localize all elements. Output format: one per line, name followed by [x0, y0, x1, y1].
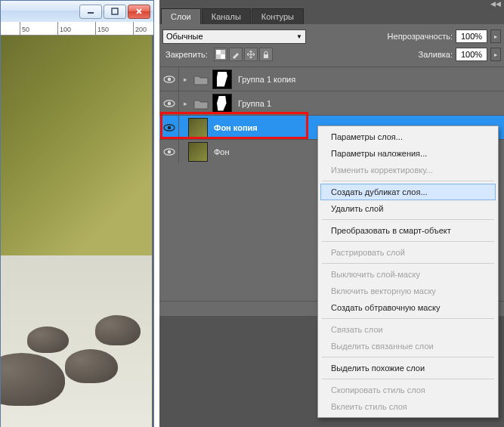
- lock-position-button[interactable]: [244, 48, 258, 61]
- separator: [322, 241, 494, 242]
- expand-toggle[interactable]: ▸: [179, 76, 191, 83]
- svg-rect-0: [88, 12, 94, 14]
- eye-icon: [163, 75, 175, 84]
- lock-transparency-button[interactable]: [214, 48, 227, 61]
- mask-thumbnail[interactable]: [212, 94, 232, 113]
- expand-toggle[interactable]: ▸: [179, 100, 191, 107]
- svg-point-7: [167, 77, 170, 80]
- separator: [322, 379, 494, 379]
- mask-thumbnail[interactable]: [212, 70, 232, 89]
- ctx-edit-adjustment: Изменить корректировку...: [320, 162, 496, 178]
- layer-name[interactable]: Фон копия: [214, 123, 258, 132]
- ctx-enable-vector-mask: Включить векторную маску: [320, 283, 496, 299]
- ctx-duplicate-layer[interactable]: Создать дубликат слоя...: [320, 184, 496, 200]
- document-canvas[interactable]: [1, 36, 153, 427]
- ctx-delete-layer[interactable]: Удалить слой: [320, 200, 496, 217]
- chevron-down-icon: ▼: [296, 33, 302, 40]
- svg-rect-5: [264, 54, 268, 58]
- layer-row-group[interactable]: ▸ Группа 1: [159, 91, 504, 115]
- ruler-tick: 100: [57, 22, 71, 36]
- ctx-select-similar[interactable]: Выделить похожие слои: [320, 360, 496, 376]
- visibility-toggle[interactable]: [159, 91, 179, 115]
- lock-icon: [261, 50, 271, 59]
- blend-mode-value: Обычные: [166, 32, 203, 41]
- blend-mode-dropdown[interactable]: Обычные ▼: [162, 29, 306, 44]
- close-button[interactable]: [128, 5, 150, 19]
- canvas-image: [1, 36, 152, 427]
- eye-icon: [163, 147, 175, 156]
- svg-point-9: [167, 101, 170, 104]
- collapse-arrows-icon: ◀◀: [490, 0, 501, 8]
- opacity-flyout-button[interactable]: ▸: [490, 29, 501, 43]
- visibility-toggle[interactable]: [159, 140, 179, 163]
- ctx-paste-layer-style: Вклеить стиль слоя: [320, 398, 496, 415]
- panel-collapse-bar[interactable]: ◀◀: [159, 0, 504, 8]
- minimize-button[interactable]: [79, 5, 102, 19]
- layer-name[interactable]: Группа 1 копия: [238, 75, 295, 84]
- ctx-link-layers: Связать слои: [320, 321, 496, 338]
- minimize-icon: [87, 8, 94, 15]
- ruler-tick: 50: [20, 22, 29, 36]
- svg-point-11: [167, 125, 170, 128]
- move-icon: [246, 50, 255, 59]
- visibility-toggle[interactable]: [159, 67, 179, 91]
- panel-controls: Обычные ▼ Непрозрачность: 100% ▸ Закрепи…: [159, 24, 504, 67]
- close-icon: [135, 8, 143, 15]
- svg-rect-3: [216, 50, 221, 54]
- svg-point-13: [167, 150, 170, 153]
- tab-paths[interactable]: Контуры: [252, 8, 304, 24]
- separator: [322, 219, 494, 220]
- ctx-blending-options[interactable]: Параметры наложения...: [320, 145, 496, 162]
- fill-input[interactable]: 100%: [456, 48, 487, 61]
- titlebar: [1, 1, 153, 22]
- ctx-convert-smart-object[interactable]: Преобразовать в смарт-объект: [320, 222, 496, 239]
- tab-layers[interactable]: Слои: [161, 8, 201, 24]
- ctx-disable-layer-mask: Выключить слой-маску: [320, 266, 496, 283]
- svg-rect-4: [221, 54, 225, 59]
- ctx-select-linked: Выделить связанные слои: [320, 338, 496, 354]
- ruler-horizontal: 50 100 150 200: [1, 22, 153, 36]
- ctx-create-clipping-mask[interactable]: Создать обтравочную маску: [320, 299, 496, 316]
- visibility-toggle[interactable]: [159, 116, 179, 139]
- fill-label: Заливка:: [419, 50, 453, 59]
- checker-icon: [216, 50, 225, 59]
- ctx-rasterize: Растрировать слой: [320, 244, 496, 261]
- ruler-tick: 150: [95, 22, 109, 36]
- brush-icon: [231, 50, 240, 59]
- panel-tabs: Слои Каналы Контуры: [159, 8, 504, 24]
- maximize-button[interactable]: [104, 5, 126, 19]
- ctx-copy-layer-style: Скопировать стиль слоя: [320, 382, 496, 398]
- document-window: 50 100 150 200: [0, 0, 154, 427]
- separator: [322, 181, 494, 181]
- lock-all-button[interactable]: [259, 48, 273, 61]
- tab-channels[interactable]: Каналы: [202, 8, 251, 24]
- eye-icon: [163, 123, 175, 132]
- separator: [322, 318, 494, 319]
- eye-icon: [163, 99, 175, 108]
- layer-name[interactable]: Фон: [214, 147, 230, 156]
- maximize-icon: [111, 8, 119, 15]
- opacity-label: Непрозрачность:: [388, 32, 453, 41]
- separator: [322, 357, 494, 357]
- layer-context-menu: Параметры слоя... Параметры наложения...…: [317, 125, 499, 418]
- layer-name[interactable]: Группа 1: [238, 99, 271, 108]
- lock-label: Закрепить:: [165, 50, 208, 59]
- folder-icon: [193, 97, 209, 110]
- lock-pixels-button[interactable]: [229, 48, 243, 61]
- layer-row-group-copy[interactable]: ▸ Группа 1 копия: [159, 67, 504, 91]
- svg-rect-1: [112, 8, 118, 14]
- ruler-tick: 200: [133, 22, 147, 36]
- fill-flyout-button[interactable]: ▸: [490, 48, 501, 61]
- ctx-layer-properties[interactable]: Параметры слоя...: [320, 128, 496, 145]
- opacity-input[interactable]: 100%: [456, 29, 487, 43]
- separator: [322, 263, 494, 264]
- layer-thumbnail[interactable]: [188, 118, 208, 138]
- folder-icon: [193, 73, 209, 86]
- layer-thumbnail[interactable]: [188, 142, 208, 162]
